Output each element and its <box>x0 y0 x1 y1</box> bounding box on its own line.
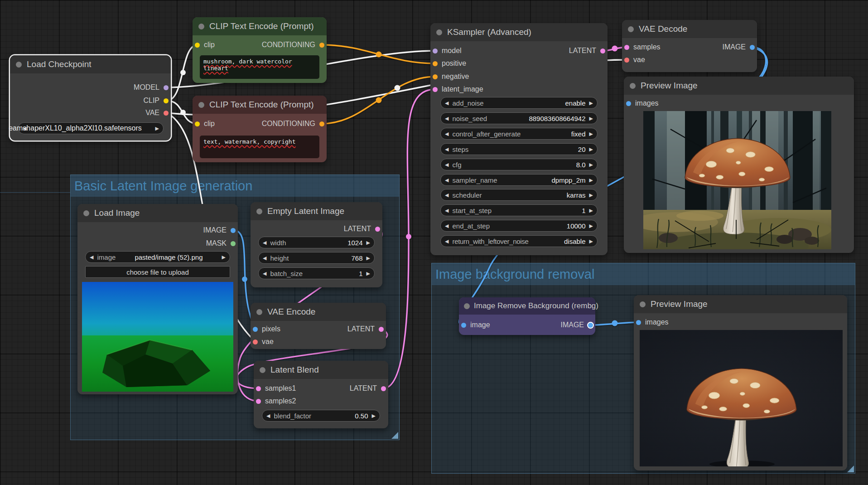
output-conditioning[interactable]: CONDITIONING <box>262 40 324 50</box>
node-clip-text-encode-positive[interactable]: CLIP Text Encode (Prompt) clip CONDITION… <box>193 17 327 83</box>
arrow-left-icon[interactable]: ◀ <box>445 100 448 106</box>
input-samples1[interactable]: samples1 <box>256 383 296 393</box>
widget-cfg[interactable]: ◀ cfg 8.0 ▶ <box>440 159 598 170</box>
widget-ckpt-name[interactable]: ◀ eamshaperXL10_alpha2Xl10.safetensors ▶ <box>18 122 164 134</box>
vae-slot-icon[interactable] <box>164 111 169 116</box>
input-samples2[interactable]: samples2 <box>256 396 296 406</box>
input-pixels[interactable]: pixels <box>253 324 280 334</box>
arrow-right-icon[interactable]: ▶ <box>589 223 593 229</box>
input-clip[interactable]: clip <box>195 40 215 50</box>
arrow-left-icon[interactable]: ◀ <box>445 177 448 183</box>
output-model[interactable]: MODEL <box>134 82 169 92</box>
node-load-image[interactable]: Load Image IMAGE MASK ◀ image pasted/ima… <box>77 204 238 394</box>
node-collapse-dot[interactable] <box>260 367 265 373</box>
node-titlebar[interactable]: Empty Latent Image <box>251 202 382 220</box>
node-titlebar[interactable]: Load Checkpoint <box>10 55 171 73</box>
input-vae[interactable]: vae <box>253 337 274 347</box>
node-titlebar[interactable]: VAE Encode <box>251 303 386 321</box>
node-collapse-dot[interactable] <box>16 62 22 68</box>
node-collapse-dot[interactable] <box>630 83 636 89</box>
arrow-right-icon[interactable]: ▶ <box>222 254 226 260</box>
widget-start-at-step[interactable]: ◀ start_at_step 1 ▶ <box>440 204 598 216</box>
arrow-left-icon[interactable]: ◀ <box>445 208 448 213</box>
node-load-checkpoint[interactable]: Load Checkpoint MODEL CLIP VAE ◀ eamshap… <box>10 55 171 141</box>
arrow-right-icon[interactable]: ▶ <box>589 116 593 121</box>
arrow-left-icon[interactable]: ◀ <box>445 162 448 168</box>
arrow-right-icon[interactable]: ▶ <box>589 177 593 183</box>
arrow-right-icon[interactable]: ▶ <box>589 162 593 168</box>
output-image[interactable]: IMAGE <box>560 320 593 330</box>
input-clip[interactable]: clip <box>195 119 215 129</box>
widget-height[interactable]: ◀ height 768 ▶ <box>258 252 375 264</box>
arrow-right-icon[interactable]: ▶ <box>155 126 159 131</box>
widget-scheduler[interactable]: ◀ scheduler karras ▶ <box>440 189 598 201</box>
image-slot-icon[interactable] <box>636 320 641 325</box>
latent-slot-icon[interactable] <box>624 45 629 50</box>
group-basic-latent-titlebar[interactable]: Basic Latent Image generation <box>71 175 399 197</box>
arrow-left-icon[interactable]: ◀ <box>445 116 448 121</box>
clip-slot-icon[interactable] <box>195 121 200 126</box>
model-slot-icon[interactable] <box>433 48 438 53</box>
node-titlebar[interactable]: CLIP Text Encode (Prompt) <box>193 17 327 35</box>
model-slot-icon[interactable] <box>164 85 169 90</box>
arrow-left-icon[interactable]: ◀ <box>445 192 448 198</box>
image-slot-icon[interactable] <box>253 327 258 332</box>
widget-image-file[interactable]: ◀ image pasted/image (52).png ▶ <box>85 251 230 263</box>
group-resize-handle-icon[interactable] <box>391 432 398 439</box>
output-latent[interactable]: LATENT <box>344 224 380 234</box>
arrow-left-icon[interactable]: ◀ <box>263 255 266 261</box>
node-empty-latent-image[interactable]: Empty Latent Image LATENT ◀ width 1024 ▶… <box>251 202 382 287</box>
input-negative[interactable]: negative <box>433 72 469 82</box>
latent-slot-icon[interactable] <box>375 227 380 232</box>
input-model[interactable]: model <box>433 46 462 56</box>
widget-width[interactable]: ◀ width 1024 ▶ <box>258 237 375 248</box>
input-vae[interactable]: vae <box>624 55 645 65</box>
image-slot-icon[interactable] <box>750 45 755 50</box>
latent-slot-icon[interactable] <box>433 87 438 92</box>
arrow-right-icon[interactable]: ▶ <box>366 271 370 276</box>
node-collapse-dot[interactable] <box>464 303 470 309</box>
widget-control-after-generate[interactable]: ◀ control_after_generate fixed ▶ <box>440 128 598 140</box>
node-titlebar[interactable]: Preview Image <box>634 295 847 313</box>
widget-sampler-name[interactable]: ◀ sampler_name dpmpp_2m ▶ <box>440 174 598 186</box>
arrow-right-icon[interactable]: ▶ <box>589 146 593 152</box>
input-image[interactable]: image <box>461 320 490 330</box>
node-collapse-dot[interactable] <box>436 29 442 35</box>
output-conditioning[interactable]: CONDITIONING <box>262 119 324 129</box>
latent-slot-icon[interactable] <box>379 327 384 332</box>
conditioning-slot-icon[interactable] <box>433 74 438 79</box>
image-slot-icon[interactable] <box>588 323 593 328</box>
negative-prompt-textarea[interactable]: text, watermark, copyright <box>200 136 319 158</box>
node-vae-encode[interactable]: VAE Encode pixels vae LATENT <box>251 303 386 349</box>
output-image[interactable]: IMAGE <box>203 225 236 235</box>
clip-slot-icon[interactable] <box>195 43 200 48</box>
node-titlebar[interactable]: KSampler (Advanced) <box>430 23 608 41</box>
node-preview-image-bottom[interactable]: Preview Image images <box>634 295 847 470</box>
node-graph-canvas[interactable]: Basic Latent Image generation Image back… <box>0 0 868 485</box>
widget-end-at-step[interactable]: ◀ end_at_step 10000 ▶ <box>440 220 598 232</box>
node-titlebar[interactable]: Preview Image <box>624 77 854 95</box>
widget-noise-seed[interactable]: ◀ noise_seed 889083608664942 ▶ <box>440 112 598 124</box>
latent-slot-icon[interactable] <box>256 386 261 391</box>
arrow-right-icon[interactable]: ▶ <box>589 131 593 137</box>
node-titlebar[interactable]: Load Image <box>77 204 238 222</box>
output-latent[interactable]: LATENT <box>569 46 605 56</box>
arrow-right-icon[interactable]: ▶ <box>366 255 370 261</box>
clip-slot-icon[interactable] <box>164 98 169 103</box>
arrow-left-icon[interactable]: ◀ <box>23 126 26 131</box>
node-collapse-dot[interactable] <box>198 24 204 29</box>
arrow-left-icon[interactable]: ◀ <box>445 131 448 137</box>
arrow-right-icon[interactable]: ▶ <box>589 192 593 198</box>
output-mask[interactable]: MASK <box>206 238 236 248</box>
image-slot-icon[interactable] <box>626 101 631 106</box>
node-collapse-dot[interactable] <box>256 209 262 214</box>
input-images[interactable]: images <box>636 317 669 327</box>
node-collapse-dot[interactable] <box>640 301 646 307</box>
choose-file-button[interactable]: choose file to upload <box>85 266 230 278</box>
image-slot-icon[interactable] <box>231 228 236 233</box>
input-positive[interactable]: positive <box>433 58 466 68</box>
node-collapse-dot[interactable] <box>628 26 634 32</box>
widget-steps[interactable]: ◀ steps 20 ▶ <box>440 143 598 155</box>
input-latent-image[interactable]: latent_image <box>433 84 483 94</box>
arrow-left-icon[interactable]: ◀ <box>263 271 266 276</box>
